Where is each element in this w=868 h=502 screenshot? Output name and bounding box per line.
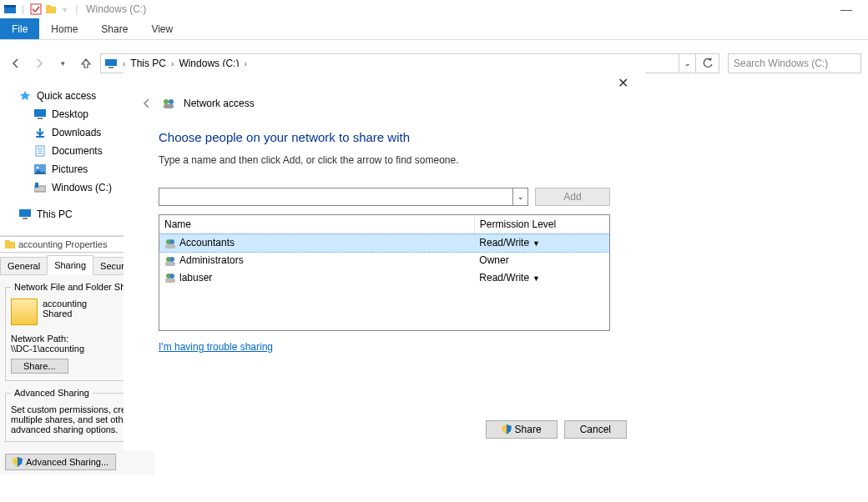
table-row[interactable]: AdministratorsOwner xyxy=(159,252,609,269)
explorer-icon xyxy=(3,3,17,16)
address-dropdown-button[interactable]: ⌄ xyxy=(679,53,696,73)
user-icon xyxy=(164,272,176,284)
star-icon xyxy=(18,89,32,103)
nav-back-button[interactable] xyxy=(7,54,25,73)
dialog-heading: Choose people on your network to share w… xyxy=(159,130,610,144)
svg-rect-33 xyxy=(165,279,175,283)
svg-rect-20 xyxy=(5,242,15,248)
advanced-sharing-button[interactable]: Advanced Sharing... xyxy=(5,454,116,470)
drive-icon xyxy=(33,181,47,194)
nav-history-dropdown[interactable]: ▾ xyxy=(53,54,72,73)
button-label: Share xyxy=(515,424,542,435)
svg-point-22 xyxy=(164,99,169,104)
svg-point-26 xyxy=(169,239,174,244)
close-button[interactable]: ✕ xyxy=(618,75,628,91)
pc-icon xyxy=(104,58,121,69)
group-label: Network File and Folder Sh xyxy=(11,282,129,292)
cell-name: Accountants xyxy=(159,234,474,252)
table-row[interactable]: labuserRead/Write▼ xyxy=(159,269,609,287)
col-permission[interactable]: Permission Level xyxy=(474,215,609,234)
add-button[interactable]: Add xyxy=(535,188,610,206)
svg-rect-21 xyxy=(5,240,10,243)
dialog-share-button[interactable]: Share xyxy=(486,420,558,439)
properties-qat-icon[interactable] xyxy=(29,3,43,16)
dialog-subtext: Type a name and then click Add, or click… xyxy=(159,154,610,166)
svg-rect-5 xyxy=(105,59,117,66)
search-input[interactable]: Search Windows (C:) xyxy=(728,53,861,73)
cell-permission[interactable]: Read/Write▼ xyxy=(474,234,609,252)
col-name[interactable]: Name xyxy=(159,215,474,234)
svg-rect-19 xyxy=(23,218,28,219)
group-label: Advanced Sharing xyxy=(11,388,93,398)
documents-icon xyxy=(33,144,47,158)
dialog-cancel-button[interactable]: Cancel xyxy=(564,420,627,439)
svg-rect-30 xyxy=(165,262,175,266)
shield-icon xyxy=(502,424,512,434)
dialog-back-button[interactable] xyxy=(140,97,154,110)
folder-small-icon xyxy=(5,240,15,248)
svg-rect-1 xyxy=(4,5,16,8)
sidebar-item-label: Pictures xyxy=(52,163,88,175)
cell-name: labuser xyxy=(159,269,474,287)
svg-rect-24 xyxy=(164,104,174,108)
button-label: Advanced Sharing... xyxy=(26,457,108,467)
svg-rect-4 xyxy=(46,5,51,8)
svg-point-23 xyxy=(169,99,174,104)
svg-point-29 xyxy=(169,257,174,262)
sidebar-item-label: Downloads xyxy=(52,127,101,138)
pc-icon xyxy=(18,208,32,221)
tab-sharing[interactable]: Sharing xyxy=(47,255,93,275)
share-button[interactable]: Share... xyxy=(11,359,68,374)
window-titlebar: | ▾ | Windows (C:) — xyxy=(0,0,868,18)
sidebar-item-label: Desktop xyxy=(52,108,88,120)
window-title: Windows (C:) xyxy=(86,3,146,15)
svg-rect-2 xyxy=(31,4,41,14)
window-minimize-button[interactable]: — xyxy=(835,3,858,16)
nav-forward-button[interactable] xyxy=(30,54,48,73)
network-access-icon xyxy=(162,97,175,110)
properties-title: accounting Properties xyxy=(18,239,107,249)
table-row[interactable]: AccountantsRead/Write▼ xyxy=(159,234,609,252)
tab-view[interactable]: View xyxy=(139,18,184,39)
tab-share[interactable]: Share xyxy=(89,18,139,39)
shield-icon xyxy=(13,457,23,467)
sidebar-item-label: Windows (C:) xyxy=(52,182,112,193)
svg-rect-9 xyxy=(36,136,44,138)
nav-up-button[interactable] xyxy=(77,54,95,73)
cell-permission: Owner xyxy=(474,252,609,269)
tab-general[interactable]: General xyxy=(0,257,48,274)
svg-rect-8 xyxy=(38,118,43,119)
cell-permission[interactable]: Read/Write▼ xyxy=(474,269,609,287)
tab-file[interactable]: File xyxy=(0,18,39,39)
svg-rect-27 xyxy=(165,244,175,248)
svg-rect-7 xyxy=(34,109,46,117)
combo-dropdown-button[interactable]: ⌄ xyxy=(512,188,527,205)
chevron-down-icon[interactable]: ▼ xyxy=(532,239,540,248)
svg-rect-18 xyxy=(19,209,31,217)
share-list: Name Permission Level AccountantsRead/Wr… xyxy=(159,214,610,331)
desktop-icon xyxy=(33,108,47,121)
refresh-button[interactable] xyxy=(696,53,719,73)
download-icon xyxy=(33,126,47,139)
ribbon-tabs: File Home Share View xyxy=(0,18,868,40)
name-combo[interactable]: ⌄ xyxy=(159,188,528,206)
svg-point-15 xyxy=(37,167,39,169)
search-placeholder: Search Windows (C:) xyxy=(734,58,828,69)
sidebar-item-label: Documents xyxy=(52,145,103,157)
folder-large-icon xyxy=(11,299,38,325)
pictures-icon xyxy=(33,163,47,176)
svg-rect-6 xyxy=(108,67,114,68)
name-input[interactable] xyxy=(159,188,512,205)
chevron-down-icon[interactable]: ▼ xyxy=(532,274,540,283)
folder-qat-icon[interactable] xyxy=(44,3,58,16)
tab-home[interactable]: Home xyxy=(39,18,89,39)
svg-rect-3 xyxy=(46,7,56,13)
sidebar-item-label: Quick access xyxy=(37,90,96,102)
cell-name: Administrators xyxy=(159,252,474,269)
user-icon xyxy=(164,238,176,249)
svg-rect-17 xyxy=(35,183,38,188)
trouble-sharing-link[interactable]: I'm having trouble sharing xyxy=(159,341,273,353)
svg-point-32 xyxy=(169,274,174,279)
user-icon xyxy=(164,255,176,267)
network-access-dialog: ✕ Network access Choose people on your n… xyxy=(124,67,645,450)
